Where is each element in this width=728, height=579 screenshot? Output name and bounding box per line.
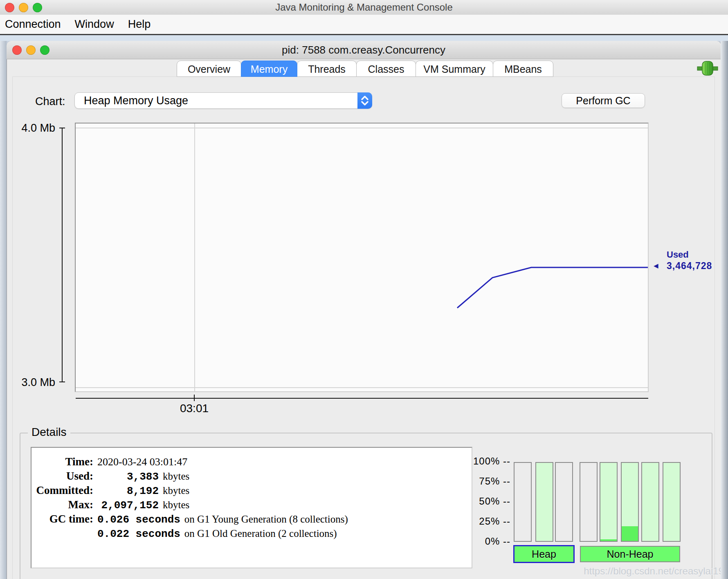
x-axis-tick	[194, 395, 195, 401]
tab-memory[interactable]: Memory	[241, 61, 297, 77]
watermark-text: https://blog.csdn.net/creasylai19	[573, 566, 724, 577]
detail-number: 3,383	[97, 470, 159, 484]
detail-unit: on G1 Young Generation (8 collections)	[184, 514, 348, 525]
bar-axis-label-50pct: 50% --	[450, 495, 510, 507]
y-axis-bottom-label: 3.0 Mb	[8, 376, 55, 388]
connection-window-title: pid: 7588 com.creasy.Concurrency	[7, 41, 721, 59]
detail-label: GC time:	[33, 512, 93, 526]
tab-mbeans[interactable]: MBeans	[493, 61, 553, 77]
detail-row-gc-time: GC time:0.026 secondson G1 Young Generat…	[33, 512, 458, 526]
details-group-label: Details	[28, 425, 70, 439]
minimize-button[interactable]	[19, 3, 28, 12]
detail-value: 0.022 secondson G1 Old Generation (2 col…	[97, 526, 337, 541]
menu-help[interactable]: Help	[128, 15, 151, 34]
detail-label: Max:	[33, 498, 93, 512]
perform-gc-button[interactable]: Perform GC	[562, 93, 645, 108]
window-title: Java Monitoring & Management Console	[0, 0, 728, 15]
detail-value: 3,383kbytes	[97, 469, 189, 483]
detail-value: 8,192kbytes	[97, 483, 189, 498]
detail-number: 8,192	[97, 484, 159, 498]
detail-value: 2,097,152kbytes	[97, 498, 189, 512]
window-right-edge	[721, 41, 728, 579]
detail-unit: kbytes	[163, 499, 189, 510]
x-axis-tick-label: 03:01	[170, 402, 219, 415]
series-marker-value: 3,464,728	[667, 260, 712, 272]
detail-row-committed: Committed:8,192kbytes	[33, 483, 458, 498]
usage-bar-heap-2	[535, 462, 553, 542]
detail-number: 0.026 seconds	[97, 514, 180, 526]
inner-minimize-button[interactable]	[26, 45, 36, 55]
detail-row-max: Max:2,097,152kbytes	[33, 498, 458, 512]
usage-bar-non-heap-7	[641, 462, 659, 542]
usage-bar-heap-1	[514, 462, 532, 542]
zoom-button[interactable]	[33, 3, 42, 12]
outer-window-titlebar[interactable]: Java Monitoring & Management Console	[0, 0, 728, 15]
detail-value: 0.026 secondson G1 Young Generation (8 c…	[97, 512, 348, 526]
usage-bar-heap-3	[555, 462, 573, 542]
tab-classes[interactable]: Classes	[356, 61, 416, 77]
detail-unit: on G1 Old Generation (2 collections)	[184, 528, 337, 539]
y-axis-top-label: 4.0 Mb	[8, 122, 55, 134]
window-background-band	[0, 35, 728, 41]
series-marker-name: Used	[667, 249, 689, 260]
inner-traffic-lights	[12, 45, 49, 55]
chart-select-value: Heap Memory Usage	[84, 92, 188, 109]
heap-button[interactable]: Heap	[513, 545, 575, 563]
detail-row-time: Time:2020-03-24 03:01:47	[33, 455, 458, 469]
bar-axis-label-100pct: 100% --	[450, 455, 510, 467]
usage-bar-non-heap-8	[663, 462, 681, 542]
detail-value: 2020-03-24 03:01:47	[97, 455, 187, 469]
stepper-chevrons-icon	[357, 92, 372, 109]
usage-bar-non-heap-6	[621, 462, 639, 542]
detail-label: Time:	[33, 455, 93, 469]
detail-row-used: Used:3,383kbytes	[33, 469, 458, 483]
y-axis-top-tick	[59, 128, 65, 128]
tab-overview[interactable]: Overview	[177, 61, 241, 77]
series-marker-arrow-icon: ◀	[654, 262, 658, 269]
chart-label: Chart:	[35, 94, 65, 109]
inner-zoom-button[interactable]	[40, 45, 49, 55]
usage-bar-non-heap-5	[600, 462, 618, 542]
tab-bar: OverviewMemoryThreadsClassesVM SummaryMB…	[177, 61, 553, 77]
detail-unit: kbytes	[163, 485, 189, 496]
bar-axis-label-0pct: 0% --	[450, 535, 510, 548]
tab-vm-summary[interactable]: VM Summary	[416, 61, 493, 77]
usage-bar-used-fill	[600, 539, 617, 541]
detail-number: 2,097,152	[97, 498, 159, 513]
detail-label	[33, 526, 93, 541]
close-button[interactable]	[5, 3, 14, 12]
detail-row-gc-time-2: 0.022 secondson G1 Old Generation (2 col…	[33, 526, 458, 541]
menubar: ConnectionWindowHelp	[0, 15, 728, 35]
menu-window[interactable]: Window	[75, 15, 114, 34]
details-rows: Time:2020-03-24 03:01:47Used:3,383kbytes…	[33, 455, 458, 541]
non-heap-button[interactable]: Non-Heap	[580, 546, 680, 562]
bar-axis-label-25pct: 25% --	[450, 515, 510, 527]
tab-threads[interactable]: Threads	[297, 61, 357, 77]
bar-axis-label-75pct: 75% --	[450, 475, 510, 487]
usage-bar-non-heap-4	[580, 462, 598, 542]
y-axis-line	[62, 128, 63, 382]
outer-traffic-lights	[5, 3, 42, 12]
y-axis-bottom-tick	[59, 382, 65, 382]
detail-label: Used:	[33, 469, 93, 483]
window-left-edge	[0, 41, 7, 579]
used-memory-line	[457, 267, 648, 308]
menu-connection[interactable]: Connection	[5, 15, 61, 34]
detail-label: Committed:	[33, 483, 93, 498]
inner-close-button[interactable]	[12, 45, 22, 55]
usage-bar-used-fill	[622, 526, 638, 541]
heap-usage-chart-plot	[75, 123, 649, 392]
x-axis-line	[76, 398, 648, 399]
detail-number: 0.022 seconds	[97, 528, 180, 540]
connection-status-icon	[697, 61, 718, 76]
heap-usage-line-chart	[76, 123, 648, 391]
chart-select-stepper[interactable]	[357, 92, 372, 109]
detail-unit: kbytes	[163, 471, 189, 482]
